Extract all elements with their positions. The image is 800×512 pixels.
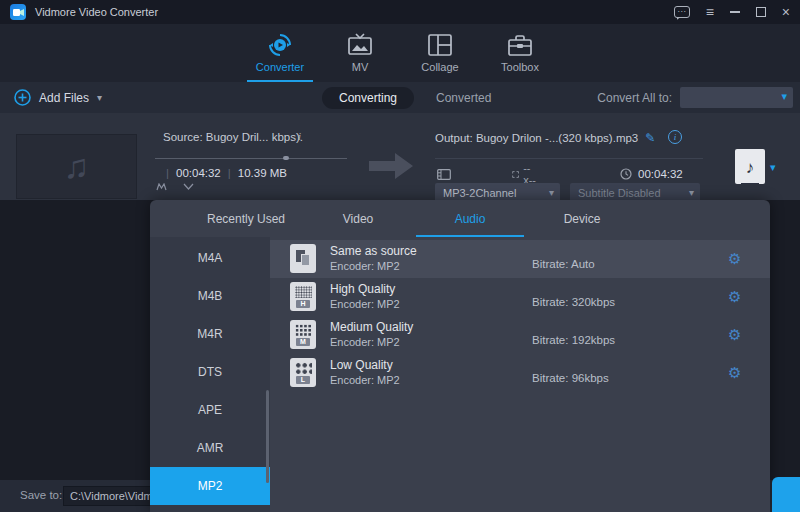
convert-all-button[interactable] [772,477,800,512]
profile-row-high-quality[interactable]: H High Quality Encoder: MP2 Bitrate: 320… [270,278,770,316]
edit-tool-icon[interactable] [156,183,167,191]
convert-all-label: Convert All to: [597,91,672,105]
output-divider [435,158,703,159]
title-bar: Vidmore Video Converter ··· ≡ × [0,0,800,24]
format-item-ape[interactable]: APE [150,391,270,429]
same-as-source-icon [290,244,316,273]
tab-toolbox-label: Toolbox [501,61,539,73]
source-duration: 00:04:32 [176,167,221,179]
quality-badge: H [296,300,310,308]
separator: | [166,167,169,179]
resolution-icon [512,169,519,180]
menu-icon[interactable]: ≡ [706,6,714,18]
film-icon [437,169,451,180]
popup-tab-recently-used[interactable]: Recently Used [190,200,302,237]
profile-row-same-as-source[interactable]: Same as source Encoder: MP2 Bitrate: Aut… [270,240,770,278]
profile-encoder: Encoder: MP2 [330,298,400,310]
profile-bitrate: Bitrate: 96kbps [532,372,609,384]
profile-bitrate: Bitrate: Auto [532,258,595,270]
audio-profile-value: MP3-2Channel [443,187,516,199]
profile-bitrate: Bitrate: 320kbps [532,296,615,308]
quality-badge: M [296,338,310,346]
tab-collage-label: Collage [421,61,458,73]
edit-output-icon[interactable]: ✎ [645,131,655,145]
profile-bitrate: Bitrate: 192kbps [532,334,615,346]
output-title: Output: Bugoy Drilon -...(320 kbps).mp3 [435,132,638,144]
profile-row-low-quality[interactable]: L Low Quality Encoder: MP2 Bitrate: 96kb… [270,354,770,392]
progress-bar [155,158,347,159]
format-item-m4r[interactable]: M4R [150,315,270,353]
file-item: ♫ Source: Bugoy Dril... kbps). i | 00:04… [0,113,800,200]
music-note-icon: ♪ [741,153,759,184]
profile-name: Medium Quality [330,320,413,334]
feedback-icon[interactable]: ··· [674,6,690,18]
tab-converter-label: Converter [256,61,304,73]
sidebar-scrollbar[interactable] [266,390,269,483]
format-selector-button[interactable]: ♪ [735,149,765,184]
high-quality-icon: H [290,282,316,311]
source-info-icon[interactable]: i [298,130,301,142]
format-item-m4b[interactable]: M4B [150,277,270,315]
format-item-mp2-selected[interactable]: MP2 [150,467,270,505]
format-item-amr[interactable]: AMR [150,429,270,467]
popup-tab-audio[interactable]: Audio [414,200,526,237]
profile-name: Low Quality [330,358,393,372]
save-to-label: Save to: [20,489,62,501]
collapse-icon[interactable] [183,183,194,190]
format-selector-arrow-icon[interactable]: ▾ [770,161,776,174]
clock-icon [620,168,632,180]
quality-badge: L [296,376,310,384]
source-title: Source: Bugoy Dril... kbps). [163,131,303,143]
collage-icon [428,31,452,59]
profile-row-medium-quality[interactable]: M Medium Quality Encoder: MP2 Bitrate: 1… [270,316,770,354]
profile-encoder: Encoder: MP2 [330,260,400,272]
window-title: Vidmore Video Converter [35,6,158,18]
separator: | [228,167,231,179]
medium-quality-icon: M [290,320,316,349]
tab-converter[interactable]: Converter [245,24,315,82]
convert-all-group: Convert All to: ▾ [597,82,793,113]
gear-icon[interactable]: ⚙ [728,363,741,383]
window-controls: ··· ≡ × [674,6,790,18]
output-title-row: Output: Bugoy Drilon -...(320 kbps).mp3 … [435,131,655,145]
tab-mv[interactable]: MV [325,24,395,82]
format-popup: Recently Used Video Audio Device M4A M4B… [150,200,770,512]
popup-tab-video[interactable]: Video [302,200,414,237]
app-logo-icon [10,4,26,20]
format-item-m4a[interactable]: M4A [150,239,270,277]
gear-icon[interactable]: ⚙ [728,287,741,307]
minimize-icon[interactable] [730,11,740,13]
tab-toolbox[interactable]: Toolbox [485,24,555,82]
output-info-icon[interactable]: i [668,130,682,144]
clip-tool-icons [156,183,194,191]
format-item-dts[interactable]: DTS [150,353,270,391]
tab-converting[interactable]: Converting [322,87,414,109]
add-files-label: Add Files [39,91,89,105]
toolbar: Add Files ▾ Converting Converted Convert… [0,82,800,113]
gear-icon[interactable]: ⚙ [728,249,741,269]
main-nav: Converter MV Collage [0,24,800,82]
close-icon[interactable]: × [782,6,790,18]
convert-arrow-icon [369,151,413,181]
tab-converted[interactable]: Converted [436,91,491,105]
gear-icon[interactable]: ⚙ [728,325,741,345]
music-note-icon: ♫ [64,147,90,186]
toolbox-icon [507,31,533,59]
profile-list: Same as source Encoder: MP2 Bitrate: Aut… [270,237,770,512]
format-sidebar: M4A M4B M4R DTS APE AMR MP2 [150,237,270,512]
low-quality-icon: L [290,358,316,387]
popup-tab-bar: Recently Used Video Audio Device [150,200,770,237]
tab-collage[interactable]: Collage [405,24,475,82]
popup-tab-device[interactable]: Device [526,200,638,237]
add-files-button[interactable]: Add Files ▾ [14,82,102,113]
add-circle-icon [14,89,31,106]
maximize-icon[interactable] [756,7,766,17]
file-thumbnail: ♫ [16,134,137,199]
queue-tabs: Converting Converted [322,82,491,113]
source-filesize: 10.39 MB [238,167,287,179]
chevron-down-icon: ▾ [781,90,787,103]
convert-all-dropdown[interactable]: ▾ [680,87,793,108]
profile-name: Same as source [330,244,417,258]
add-files-arrow-icon: ▾ [97,92,102,103]
tab-mv-label: MV [352,61,369,73]
